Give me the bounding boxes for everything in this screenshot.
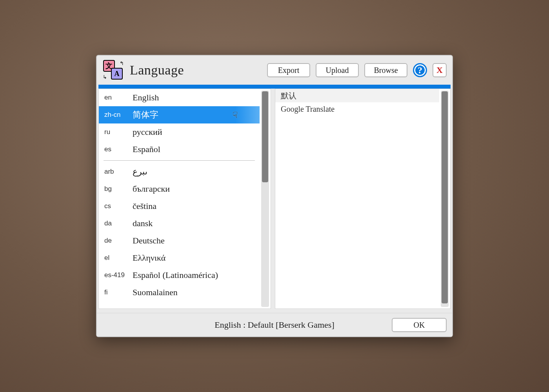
language-row[interactable]: es-419Español (Latinoamérica) (99, 267, 260, 284)
close-button[interactable]: X (433, 63, 447, 77)
scrollbar[interactable] (441, 91, 449, 307)
browse-button[interactable]: Browse (364, 63, 407, 77)
language-name: Ελληνικά (133, 253, 165, 263)
language-code: el (104, 254, 132, 262)
language-name: ىبرع (133, 167, 147, 177)
translation-source-label: Google Translate (281, 105, 334, 114)
ok-button[interactable]: OK (392, 318, 447, 332)
language-code: de (104, 237, 132, 245)
scrollbar-thumb[interactable] (262, 91, 268, 182)
scrollbar[interactable] (261, 91, 269, 307)
translation-source-list: 默认Google Translate (275, 89, 450, 309)
language-code: es-419 (104, 271, 132, 279)
upload-button[interactable]: Upload (316, 63, 359, 77)
language-code: en (104, 94, 132, 102)
language-code: fi (104, 289, 132, 296)
language-code: cs (104, 202, 132, 210)
language-name: English (133, 93, 159, 103)
language-row[interactable]: fiSuomalainen (99, 284, 260, 301)
translation-source-item[interactable]: Google Translate (275, 102, 439, 116)
language-code: es (104, 145, 132, 153)
language-list-pane: enEnglishzh-cn简体字☟ruрусскийesEspañolarbى… (98, 89, 271, 309)
language-row[interactable]: zh-cn简体字☟ (99, 106, 260, 123)
arrow-icon: ↰ (120, 60, 124, 66)
language-row[interactable]: enEnglish (99, 89, 260, 106)
current-selection-status: English : Default [Berserk Games] (215, 320, 334, 330)
list-divider (104, 160, 255, 161)
titlebar: 文 A ↰ ↳ Language Export Upload Browse ? … (97, 56, 452, 85)
language-row[interactable]: elΕλληνικά (99, 249, 260, 267)
translate-icon-tile-target: A (111, 68, 123, 80)
arrow-icon: ↳ (103, 74, 107, 80)
language-row[interactable]: ruрусский (99, 123, 260, 141)
language-name: 简体字 (133, 109, 158, 121)
translation-source-label: 默认 (281, 91, 296, 101)
accent-bar (98, 85, 451, 89)
language-code: ru (104, 128, 132, 136)
language-row[interactable]: esEspañol (99, 141, 260, 158)
language-name: Español (Latinoamérica) (133, 270, 218, 280)
language-row[interactable]: deDeutsche (99, 232, 260, 249)
language-list: enEnglishzh-cn简体字☟ruрусскийesEspañolarbى… (99, 89, 271, 309)
pointer-cursor-icon: ☟ (233, 110, 238, 120)
language-code: da (104, 220, 132, 227)
window-title: Language (130, 63, 184, 78)
footer: English : Default [Berserk Games] OK (97, 313, 452, 336)
language-name: Deutsche (133, 236, 165, 246)
language-code: bg (104, 185, 132, 193)
language-row[interactable]: bgбългарски (99, 180, 260, 198)
help-button[interactable]: ? (413, 63, 427, 77)
language-name: русский (133, 127, 162, 137)
language-name: Español (133, 144, 160, 154)
translation-source-pane: 默认Google Translate (275, 89, 451, 309)
language-code: arb (104, 168, 132, 176)
language-name: čeština (133, 201, 156, 211)
language-row[interactable]: csčeština (99, 198, 260, 215)
translation-source-item[interactable]: 默认 (275, 89, 439, 102)
language-row[interactable]: arbىبرع (99, 163, 260, 180)
language-row[interactable]: dadansk (99, 215, 260, 232)
language-name: български (133, 184, 170, 194)
dialog-body: enEnglishzh-cn简体字☟ruрусскийesEspañolarbى… (97, 89, 452, 313)
language-code: zh-cn (104, 111, 132, 119)
export-button[interactable]: Export (267, 63, 310, 77)
language-name: Suomalainen (133, 287, 178, 298)
translate-icon: 文 A ↰ ↳ (102, 59, 124, 81)
language-settings-window: 文 A ↰ ↳ Language Export Upload Browse ? … (96, 55, 453, 337)
language-name: dansk (133, 218, 153, 229)
scrollbar-thumb[interactable] (442, 91, 448, 303)
